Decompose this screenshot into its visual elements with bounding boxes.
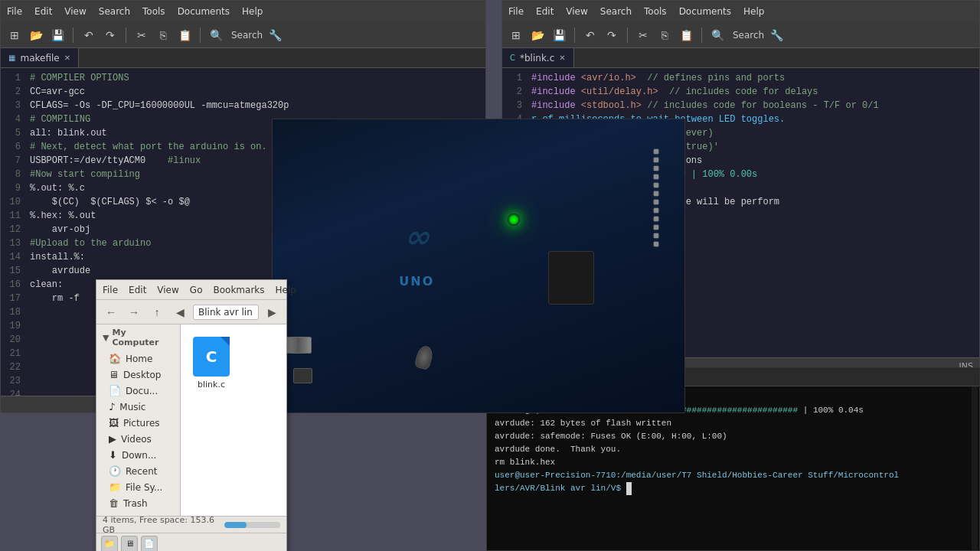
fm-location-bar[interactable]: Blink avr lin bbox=[193, 305, 259, 320]
fm-sidebar-filesystem[interactable]: 📁 File Sy... bbox=[96, 479, 180, 495]
tab-icon-makefile: ▦ bbox=[8, 54, 15, 62]
right-search-button[interactable]: 🔍 bbox=[708, 26, 727, 44]
fm-prev-button[interactable]: ◀ bbox=[170, 303, 190, 321]
fm-taskbar: 📁 🖥 📄 bbox=[96, 533, 286, 551]
left-menu-search[interactable]: Search bbox=[99, 6, 130, 17]
tab-close-makefile[interactable]: ✕ bbox=[64, 54, 70, 62]
left-menu-help[interactable]: Help bbox=[242, 6, 263, 17]
search-label-right: Search bbox=[733, 30, 764, 41]
fm-back-button[interactable]: ← bbox=[101, 303, 121, 321]
right-menu-view[interactable]: View bbox=[566, 6, 587, 17]
blink-c-file[interactable]: C blink.c bbox=[193, 337, 230, 390]
pin-11 bbox=[654, 233, 658, 238]
home-icon: 🏠 bbox=[109, 353, 121, 364]
pin-6 bbox=[654, 191, 658, 196]
left-menu-documents[interactable]: Documents bbox=[178, 6, 230, 17]
desktop-icon: 🖥 bbox=[109, 369, 119, 380]
fm-content: ▼ My Computer 🏠 Home 🖥 Desktop 📄 Docu...… bbox=[96, 324, 286, 516]
fm-up-button[interactable]: ↑ bbox=[147, 303, 167, 321]
fm-progress-track bbox=[224, 522, 280, 528]
fm-taskbar-btn-3[interactable]: 📄 bbox=[141, 536, 158, 552]
right-tools-button[interactable]: 🔧 bbox=[767, 26, 786, 44]
redo-button[interactable]: ↷ bbox=[101, 26, 119, 44]
right-menu-file[interactable]: File bbox=[508, 6, 524, 17]
fm-sidebar-desktop[interactable]: 🖥 Desktop bbox=[96, 367, 180, 383]
terminal-scrollbar[interactable] bbox=[972, 386, 978, 550]
right-menu-documents[interactable]: Documents bbox=[679, 6, 731, 17]
fm-menu-go[interactable]: Go bbox=[190, 285, 203, 295]
right-paste-button[interactable]: 📋 bbox=[677, 26, 695, 44]
fm-trash-label: Trash bbox=[123, 498, 148, 509]
tools-button-left[interactable]: 🔧 bbox=[266, 26, 284, 44]
tab-close-blink[interactable]: ✕ bbox=[559, 54, 565, 62]
fm-taskbar-btn-2[interactable]: 🖥 bbox=[121, 536, 138, 552]
trash-icon: 🗑 bbox=[109, 497, 119, 509]
fm-forward-button[interactable]: → bbox=[124, 303, 144, 321]
right-menu-search[interactable]: Search bbox=[600, 6, 632, 17]
fm-sidebar-home[interactable]: 🏠 Home bbox=[96, 350, 180, 367]
term-line-12: user@user-Precision-7710:/media/user/T7 … bbox=[495, 469, 972, 482]
left-editor-menubar: File Edit View Search Tools Documents He… bbox=[1, 1, 485, 22]
right-save-file-button[interactable]: 💾 bbox=[550, 26, 568, 44]
fm-toolbar: ← → ↑ ◀ Blink avr lin ▶ bbox=[96, 300, 286, 324]
fm-sidebar-recent[interactable]: 🕐 Recent bbox=[96, 463, 180, 479]
search-button-left[interactable]: 🔍 bbox=[207, 26, 225, 44]
fm-sidebar-documents[interactable]: 📄 Docu... bbox=[96, 383, 180, 399]
left-menu-view[interactable]: View bbox=[64, 6, 86, 17]
right-menu-tools[interactable]: Tools bbox=[644, 6, 667, 17]
arduino-logo: ∞ bbox=[404, 219, 430, 254]
right-redo-button[interactable]: ↷ bbox=[603, 26, 621, 44]
fm-main-area: C blink.c bbox=[181, 324, 286, 516]
fm-recent-label: Recent bbox=[126, 466, 157, 477]
left-menu-edit[interactable]: Edit bbox=[34, 6, 52, 17]
left-menu-file[interactable]: File bbox=[7, 6, 22, 17]
toolbar-separator-2 bbox=[126, 28, 126, 43]
open-file-button[interactable]: 📂 bbox=[27, 26, 45, 44]
fm-menu-view[interactable]: View bbox=[157, 285, 178, 295]
fm-menu-help[interactable]: Help bbox=[276, 285, 296, 295]
fm-taskbar-btn-1[interactable]: 📁 bbox=[101, 536, 118, 552]
fm-sidebar-trash[interactable]: 🗑 Trash bbox=[96, 495, 180, 511]
right-menu-help[interactable]: Help bbox=[743, 6, 764, 17]
fm-sidebar-videos[interactable]: ▶ Videos bbox=[96, 431, 180, 447]
fm-my-computer-header[interactable]: ▼ My Computer bbox=[96, 324, 180, 350]
fm-next-button[interactable]: ▶ bbox=[262, 303, 282, 321]
right-cut-button[interactable]: ✂ bbox=[634, 26, 652, 44]
fm-filesystem-label: File Sy... bbox=[126, 482, 162, 493]
fm-menu-bookmarks[interactable]: Bookmarks bbox=[213, 285, 264, 295]
left-menu-tools[interactable]: Tools bbox=[142, 6, 165, 17]
fm-status-text: 4 items, Free space: 153.6 GB bbox=[103, 515, 218, 535]
right-open-file-button[interactable]: 📂 bbox=[528, 26, 547, 44]
new-file-button[interactable]: ⊞ bbox=[5, 26, 24, 44]
blink-c-tab[interactable]: C *blink.c ✕ bbox=[502, 47, 574, 67]
right-toolbar-sep-2 bbox=[627, 28, 628, 43]
fm-sidebar-music[interactable]: ♪ Music bbox=[96, 399, 180, 415]
fm-sidebar-downloads[interactable]: ⬇ Down... bbox=[96, 447, 180, 463]
fm-home-label: Home bbox=[126, 354, 152, 364]
undo-button[interactable]: ↶ bbox=[80, 26, 98, 44]
makefile-tab[interactable]: ▦ makefile ✕ bbox=[1, 47, 79, 67]
right-new-file-button[interactable]: ⊞ bbox=[507, 26, 525, 44]
main-chip bbox=[548, 251, 594, 305]
fm-menu-edit[interactable]: Edit bbox=[129, 285, 146, 295]
tab-icon-blink: C bbox=[510, 54, 515, 62]
filesystem-icon: 📁 bbox=[109, 481, 121, 493]
right-menu-edit[interactable]: Edit bbox=[536, 6, 554, 17]
fm-sidebar-pictures[interactable]: 🖼 Pictures bbox=[96, 415, 180, 431]
fm-menu-file[interactable]: File bbox=[103, 285, 118, 295]
pcb-base bbox=[273, 119, 684, 412]
term-line-11: rm blink.hex bbox=[495, 456, 972, 469]
copy-button[interactable]: ⎘ bbox=[154, 26, 172, 44]
fm-sidebar: ▼ My Computer 🏠 Home 🖥 Desktop 📄 Docu...… bbox=[96, 324, 181, 516]
paste-button[interactable]: 📋 bbox=[175, 26, 194, 44]
pin-1 bbox=[654, 149, 658, 154]
save-file-button[interactable]: 💾 bbox=[48, 26, 67, 44]
term-line-13: lers/AVR/Blink avr lin/V$ bbox=[495, 482, 972, 495]
right-copy-button[interactable]: ⎘ bbox=[655, 26, 674, 44]
fm-documents-label: Docu... bbox=[126, 386, 158, 396]
file-manager: File Edit View Go Bookmarks Help ← → ↑ ◀… bbox=[96, 279, 287, 551]
cut-button[interactable]: ✂ bbox=[132, 26, 151, 44]
led-glow bbox=[508, 214, 520, 226]
right-undo-button[interactable]: ↶ bbox=[581, 26, 599, 44]
pin-5 bbox=[654, 183, 658, 187]
